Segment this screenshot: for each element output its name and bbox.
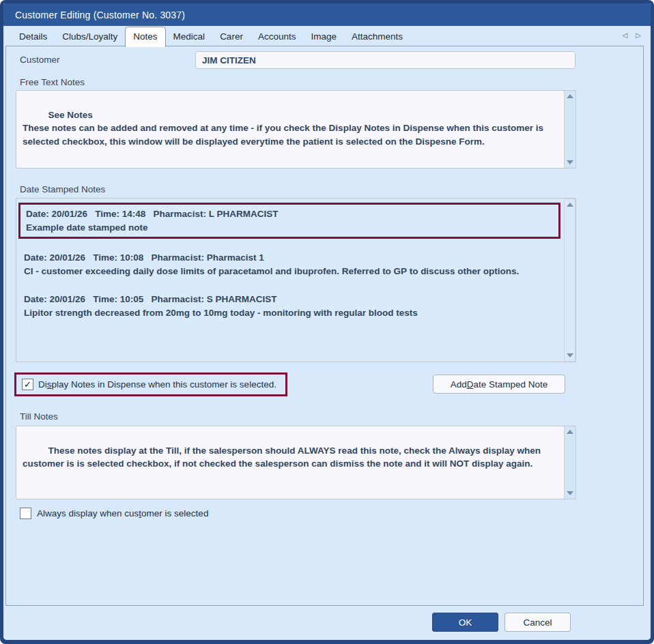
free-text-notes-scrollbar[interactable] xyxy=(564,91,575,168)
note-text: Lipitor strength decreased from 20mg to … xyxy=(24,306,555,320)
add-date-stamped-note-button[interactable]: Add Date Stamped Note xyxy=(433,375,565,394)
till-notes-content: These notes display at the Till, if the … xyxy=(23,445,543,469)
tab-notes[interactable]: Notes xyxy=(125,27,165,47)
date-stamped-note[interactable]: Date: 20/01/26 Time: 10:05 Pharmacist: S… xyxy=(18,290,560,322)
checkmark-icon: ✓ xyxy=(24,380,31,389)
display-notes-checkbox-label[interactable]: Display Notes in Dispense when this cust… xyxy=(38,379,276,390)
free-text-notes-content: See Notes These notes can be added and r… xyxy=(23,110,546,147)
date-stamped-notes-label: Date Stamped Notes xyxy=(20,184,105,194)
display-notes-highlight-box: ✓ Display Notes in Dispense when this cu… xyxy=(14,372,287,396)
tab-image[interactable]: Image xyxy=(303,27,344,46)
customer-name-value: JIM CITIZEN xyxy=(202,55,256,65)
tab-scroll-left-icon[interactable]: ◁ xyxy=(623,32,628,39)
tab-accounts[interactable]: Accounts xyxy=(251,27,304,46)
always-display-checkbox[interactable] xyxy=(20,508,31,519)
tab-details[interactable]: Details xyxy=(12,27,55,46)
notes-tab-panel: Customer JIM CITIZEN Free Text Notes See… xyxy=(5,46,644,606)
till-notes-label: Till Notes xyxy=(20,411,58,422)
always-display-checkbox-label[interactable]: Always display when customer is selected xyxy=(37,508,208,518)
scroll-down-icon[interactable] xyxy=(567,353,573,357)
cancel-button[interactable]: Cancel xyxy=(504,613,571,632)
till-notes-area[interactable]: These notes display at the Till, if the … xyxy=(16,426,576,499)
scroll-down-icon[interactable] xyxy=(567,491,573,495)
dialog-body: Details Clubs/Loyalty Notes Medical Care… xyxy=(3,26,651,640)
scroll-down-icon[interactable] xyxy=(567,160,573,164)
note-header: Date: 20/01/26 Time: 10:08 Pharmacist: P… xyxy=(24,251,555,265)
scroll-up-icon[interactable] xyxy=(567,94,573,98)
free-text-notes-label: Free Text Notes xyxy=(20,77,85,87)
free-text-notes-area[interactable]: See Notes These notes can be added and r… xyxy=(16,90,576,169)
tab-clubs-loyalty[interactable]: Clubs/Loyalty xyxy=(55,27,125,46)
note-header: Date: 20/01/26 Time: 10:05 Pharmacist: S… xyxy=(24,293,555,306)
tab-medical[interactable]: Medical xyxy=(166,27,213,46)
window-title: Customer Editing (Customer No. 3037) xyxy=(15,10,185,20)
note-text: CI - customer exceeding daily dose limit… xyxy=(24,265,555,278)
tab-scroll-right-icon[interactable]: ▷ xyxy=(636,32,641,39)
note-text: Example date stamped note xyxy=(26,221,553,235)
date-stamped-note[interactable]: Date: 20/01/26 Time: 14:48 Pharmacist: L… xyxy=(18,203,560,239)
customer-editing-window: Customer Editing (Customer No. 3037) Det… xyxy=(0,0,654,644)
note-header: Date: 20/01/26 Time: 14:48 Pharmacist: L… xyxy=(26,207,553,221)
customer-name-input[interactable]: JIM CITIZEN xyxy=(195,51,575,69)
till-notes-scrollbar[interactable] xyxy=(564,426,575,499)
titlebar: Customer Editing (Customer No. 3037) xyxy=(3,3,651,26)
ok-button[interactable]: OK xyxy=(432,613,498,632)
tab-attachments[interactable]: Attachments xyxy=(344,27,410,46)
tab-strip: Details Clubs/Loyalty Notes Medical Care… xyxy=(3,26,651,46)
always-display-row: Always display when customer is selected xyxy=(20,508,208,519)
tab-carer[interactable]: Carer xyxy=(212,27,251,46)
date-stamped-note[interactable]: Date: 20/01/26 Time: 10:08 Pharmacist: P… xyxy=(18,248,560,280)
scroll-up-icon[interactable] xyxy=(567,430,573,434)
date-stamped-notes-scrollbar[interactable] xyxy=(564,199,575,362)
window-inner: Customer Editing (Customer No. 3037) Det… xyxy=(3,3,651,640)
scroll-up-icon[interactable] xyxy=(567,203,573,207)
customer-label: Customer xyxy=(20,55,60,65)
display-notes-checkbox[interactable]: ✓ xyxy=(22,379,33,390)
tab-scroll-arrows: ◁ ▷ xyxy=(623,32,641,39)
date-stamped-notes-list[interactable]: Date: 20/01/26 Time: 14:48 Pharmacist: L… xyxy=(16,198,576,362)
